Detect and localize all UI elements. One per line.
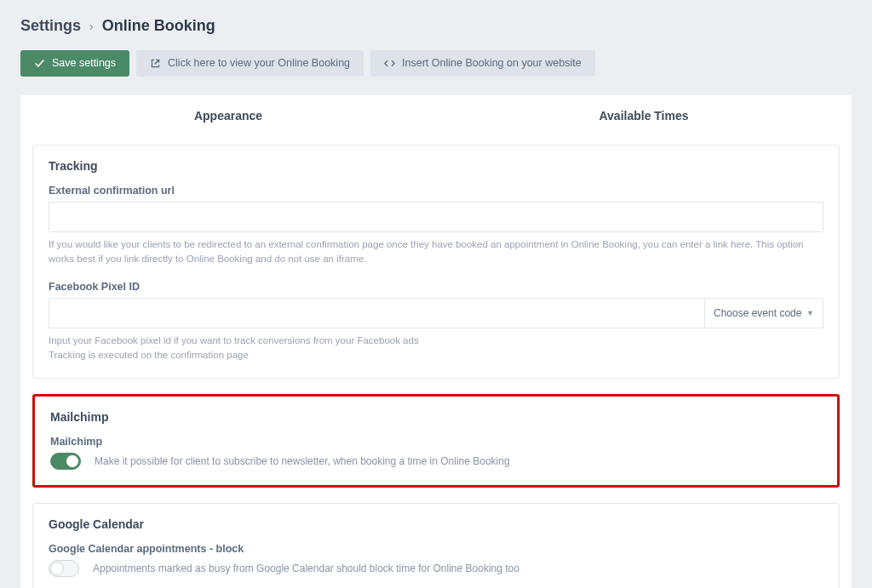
breadcrumb: Settings › Online Booking bbox=[20, 17, 852, 35]
tracking-title: Tracking bbox=[49, 159, 823, 173]
external-url-help: If you would like your clients to be red… bbox=[49, 237, 823, 267]
google-calendar-panel: Google Calendar Google Calendar appointm… bbox=[32, 503, 840, 588]
view-online-booking-button[interactable]: Click here to view your Online Booking bbox=[136, 50, 364, 77]
event-code-select-label: Choose event code bbox=[714, 307, 801, 319]
view-online-booking-label: Click here to view your Online Booking bbox=[168, 58, 350, 69]
mailchimp-title: Mailchimp bbox=[50, 410, 822, 424]
tracking-panel: Tracking External confirmation url If yo… bbox=[32, 145, 840, 379]
pixel-help-2: Tracking is executed on the confirmation… bbox=[49, 348, 823, 363]
breadcrumb-current: Online Booking bbox=[102, 17, 215, 35]
save-settings-label: Save settings bbox=[52, 58, 116, 69]
google-calendar-description: Appointments marked as busy from Google … bbox=[93, 562, 519, 574]
settings-card: Appearance Available Times Tracking Exte… bbox=[20, 95, 852, 588]
check-icon bbox=[34, 58, 45, 69]
tab-available-times[interactable]: Available Times bbox=[436, 97, 852, 134]
external-url-label: External confirmation url bbox=[49, 185, 823, 197]
tabs: Appearance Available Times bbox=[20, 95, 852, 136]
event-code-select[interactable]: Choose event code ▼ bbox=[704, 298, 823, 328]
external-link-icon bbox=[150, 58, 161, 69]
mailchimp-toggle[interactable] bbox=[50, 453, 81, 470]
google-calendar-label: Google Calendar appointments - block bbox=[49, 543, 823, 555]
insert-online-booking-button[interactable]: Insert Online Booking on your website bbox=[370, 50, 595, 77]
caret-down-icon: ▼ bbox=[806, 309, 814, 317]
external-url-input[interactable] bbox=[49, 202, 823, 232]
pixel-label: Facebook Pixel ID bbox=[49, 281, 823, 293]
tab-appearance[interactable]: Appearance bbox=[20, 97, 436, 134]
insert-online-booking-label: Insert Online Booking on your website bbox=[402, 58, 582, 69]
mailchimp-label: Mailchimp bbox=[50, 436, 822, 448]
code-icon bbox=[384, 58, 395, 69]
pixel-help-1: Input your Facebook pixel id if you want… bbox=[49, 334, 823, 348]
breadcrumb-root[interactable]: Settings bbox=[20, 17, 81, 35]
save-settings-button[interactable]: Save settings bbox=[20, 50, 129, 77]
mailchimp-panel: Mailchimp Mailchimp Make it possible for… bbox=[32, 394, 840, 488]
external-url-field: External confirmation url If you would l… bbox=[49, 185, 823, 267]
pixel-field: Facebook Pixel ID Choose event code ▼ In… bbox=[49, 281, 823, 363]
mailchimp-description: Make it possible for client to subscribe… bbox=[95, 455, 510, 467]
google-calendar-title: Google Calendar bbox=[49, 517, 823, 531]
pixel-input[interactable] bbox=[49, 298, 704, 328]
google-calendar-toggle[interactable] bbox=[49, 560, 79, 577]
action-bar: Save settings Click here to view your On… bbox=[20, 50, 852, 77]
chevron-right-icon: › bbox=[89, 20, 94, 33]
